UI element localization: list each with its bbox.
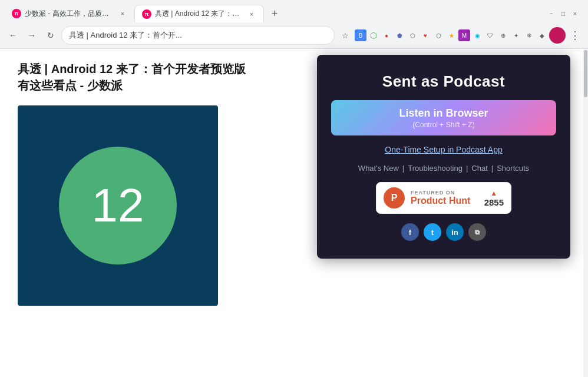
overlay-panel: Sent as Podcast Listen in Browser (Contr… — [317, 55, 570, 259]
separator-2: | — [466, 164, 468, 173]
page-scrollbar[interactable] — [583, 49, 588, 377]
extension-icons: B ⬡ ● ⬟ ⬠ ♥ ⬡ ★ M ◉ 🛡 ⊕ ✦ ❄ ◆ — [355, 27, 548, 44]
tab-1-favicon: π — [12, 9, 21, 18]
toolbar: ← → ↻ 具透 | Android 12 来了：首个开... ☆ B ⬡ ● … — [0, 22, 588, 48]
bookmark-icon[interactable]: ☆ — [337, 27, 354, 44]
facebook-share-button[interactable]: f — [401, 223, 419, 241]
twitter-share-button[interactable]: t — [424, 223, 441, 241]
copy-link-button[interactable]: ⧉ — [468, 223, 486, 241]
linkedin-share-button[interactable]: in — [446, 223, 464, 241]
android-version-number: 12 — [92, 178, 144, 233]
profile-avatar[interactable] — [549, 27, 566, 44]
new-tab-button[interactable]: + — [266, 5, 283, 22]
separator-1: | — [402, 164, 404, 173]
article-title: 具透 | Android 12 来了：首个开发者预览版 有这些看点 - 少数派 — [18, 61, 247, 94]
article-image: 12 — [18, 105, 218, 306]
close-button[interactable]: × — [572, 10, 579, 17]
listen-in-browser-button[interactable]: Listen in Browser (Control + Shift + Z) — [331, 100, 556, 135]
scrollbar-thumb[interactable] — [584, 50, 587, 97]
back-button[interactable]: ← — [5, 27, 21, 44]
more-menu-icon[interactable]: ⋮ — [567, 27, 583, 44]
ext-icon-10[interactable]: ◉ — [471, 29, 483, 41]
panel-nav-links: What's New | Troubleshooting | Chat | Sh… — [358, 164, 529, 173]
page-content: 具透 | Android 12 来了：首个开发者预览版 有这些看点 - 少数派 … — [0, 49, 588, 377]
product-hunt-count: 2855 — [484, 197, 504, 207]
setup-link[interactable]: One-Time Setup in Podcast App — [385, 145, 502, 154]
product-hunt-badge[interactable]: P FEATURED ON Product Hunt ▲ 2855 — [376, 182, 511, 214]
title-bar: π 少数派 - 高效工作，品质生活 × π 具透 | Android 12 来了… — [0, 0, 588, 22]
refresh-button[interactable]: ↻ — [42, 27, 59, 44]
ext-icon-15[interactable]: ◆ — [536, 29, 548, 41]
ext-icon-9[interactable]: M — [458, 29, 470, 41]
product-hunt-text: FEATURED ON Product Hunt — [411, 190, 478, 206]
product-hunt-logo: P — [384, 187, 405, 209]
address-text: 具透 | Android 12 来了：首个开... — [69, 30, 182, 41]
article-area: 具透 | Android 12 来了：首个开发者预览版 有这些看点 - 少数派 … — [0, 49, 265, 377]
minimize-button[interactable]: − — [548, 10, 555, 17]
ext-icon-12[interactable]: ⊕ — [497, 29, 509, 41]
tab-2-close[interactable]: × — [247, 9, 256, 19]
tab-1-title: 少数派 - 高效工作，品质生活 — [25, 9, 114, 19]
social-share-icons: f t in ⧉ — [401, 223, 486, 241]
tab-1-close[interactable]: × — [118, 9, 127, 18]
ext-icon-11[interactable]: 🛡 — [484, 29, 496, 41]
ext-icon-13[interactable]: ✦ — [510, 29, 522, 41]
ext-icon-5[interactable]: ⬠ — [407, 29, 418, 41]
troubleshooting-link[interactable]: Troubleshooting — [408, 164, 463, 173]
ext-icon-2[interactable]: ⬡ — [368, 29, 379, 41]
forward-button[interactable]: → — [24, 27, 40, 44]
ext-icon-3[interactable]: ● — [381, 29, 392, 41]
whats-new-link[interactable]: What's New — [358, 164, 399, 173]
tab-2-title: 具透 | Android 12 来了：首个开… — [155, 9, 243, 19]
window-controls: − □ × — [548, 10, 583, 17]
tab-2[interactable]: π 具透 | Android 12 来了：首个开… × — [134, 5, 264, 22]
shortcuts-link[interactable]: Shortcuts — [497, 164, 529, 173]
toolbar-icons: ☆ B ⬡ ● ⬟ ⬠ ♥ ⬡ ★ M ◉ 🛡 ⊕ ✦ ❄ ◆ ⋮ — [337, 27, 583, 44]
chat-link[interactable]: Chat — [471, 164, 487, 173]
android-logo: 12 — [59, 147, 177, 264]
tab-2-favicon: π — [142, 9, 151, 19]
address-bar[interactable]: 具透 | Android 12 来了：首个开... — [61, 26, 335, 45]
product-hunt-name: Product Hunt — [411, 196, 478, 206]
browser-chrome: π 少数派 - 高效工作，品质生活 × π 具透 | Android 12 来了… — [0, 0, 588, 49]
ext-icon-1[interactable]: B — [355, 29, 366, 41]
ext-icon-14[interactable]: ❄ — [523, 29, 535, 41]
panel-title: Sent as Podcast — [382, 72, 505, 91]
listen-button-label: Listen in Browser — [399, 107, 488, 120]
listen-button-shortcut: (Control + Shift + Z) — [412, 121, 474, 129]
ext-icon-8[interactable]: ★ — [445, 29, 457, 41]
maximize-button[interactable]: □ — [560, 10, 567, 17]
upvote-arrow-icon: ▲ — [490, 189, 497, 197]
separator-3: | — [491, 164, 493, 173]
ext-icon-7[interactable]: ⬡ — [432, 29, 444, 41]
ext-icon-6[interactable]: ♥ — [419, 29, 431, 41]
tab-1[interactable]: π 少数派 - 高效工作，品质生活 × — [5, 5, 134, 22]
ext-icon-4[interactable]: ⬟ — [394, 29, 405, 41]
featured-label: FEATURED ON — [411, 190, 478, 196]
product-hunt-count-group: ▲ 2855 — [484, 189, 504, 207]
